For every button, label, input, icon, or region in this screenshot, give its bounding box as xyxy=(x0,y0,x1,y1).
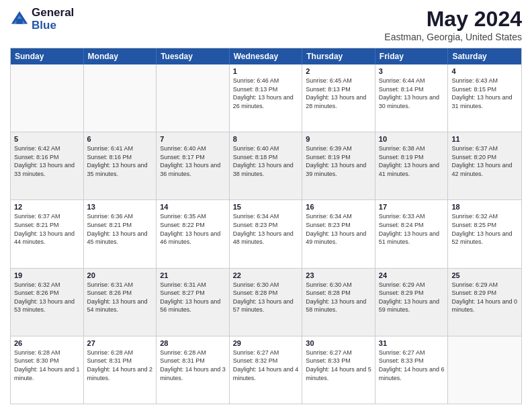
cal-cell-w1d3 xyxy=(157,64,230,132)
calendar-header-row: SundayMondayTuesdayWednesdayThursdayFrid… xyxy=(11,48,521,64)
cal-week-1: 1Sunrise: 6:46 AMSunset: 8:13 PMDaylight… xyxy=(11,64,521,132)
day-number: 31 xyxy=(379,339,445,347)
logo-general: General xyxy=(32,7,74,19)
day-info: Sunrise: 6:39 AMSunset: 8:19 PMDaylight:… xyxy=(306,144,371,178)
logo-icon xyxy=(10,10,29,29)
day-info: Sunrise: 6:46 AMSunset: 8:13 PMDaylight:… xyxy=(233,77,299,110)
cal-cell-w2d1: 5Sunrise: 6:42 AMSunset: 8:16 PMDaylight… xyxy=(11,132,84,199)
day-number: 4 xyxy=(451,67,518,75)
cal-header-wednesday: Wednesday xyxy=(230,48,303,64)
cal-cell-w1d1 xyxy=(11,64,84,132)
day-number: 7 xyxy=(160,135,226,143)
day-info: Sunrise: 6:32 AMSunset: 8:25 PMDaylight:… xyxy=(451,212,518,246)
cal-cell-w5d2: 27Sunrise: 6:28 AMSunset: 8:31 PMDayligh… xyxy=(84,336,157,404)
svg-rect-2 xyxy=(16,19,22,24)
day-number: 5 xyxy=(14,135,80,143)
title-block: May 2024 Eastman, Georgia, United States xyxy=(384,7,522,42)
cal-week-2: 5Sunrise: 6:42 AMSunset: 8:16 PMDaylight… xyxy=(11,132,521,200)
cal-cell-w2d2: 6Sunrise: 6:41 AMSunset: 8:16 PMDaylight… xyxy=(84,132,157,199)
day-number: 30 xyxy=(306,339,371,347)
logo-text: General Blue xyxy=(32,7,74,32)
day-number: 23 xyxy=(306,271,371,279)
cal-cell-w4d4: 22Sunrise: 6:30 AMSunset: 8:28 PMDayligh… xyxy=(230,269,303,336)
cal-header-tuesday: Tuesday xyxy=(157,48,230,64)
cal-cell-w3d6: 17Sunrise: 6:33 AMSunset: 8:24 PMDayligh… xyxy=(375,200,449,267)
day-number: 16 xyxy=(306,203,371,211)
calendar-body: 1Sunrise: 6:46 AMSunset: 8:13 PMDaylight… xyxy=(11,64,521,404)
cal-cell-w1d4: 1Sunrise: 6:46 AMSunset: 8:13 PMDaylight… xyxy=(230,64,303,132)
day-info: Sunrise: 6:37 AMSunset: 8:21 PMDaylight:… xyxy=(14,212,80,246)
day-info: Sunrise: 6:32 AMSunset: 8:26 PMDaylight:… xyxy=(14,281,80,314)
cal-cell-w3d2: 13Sunrise: 6:36 AMSunset: 8:21 PMDayligh… xyxy=(84,200,157,267)
cal-cell-w5d6: 31Sunrise: 6:27 AMSunset: 8:33 PMDayligh… xyxy=(375,336,449,404)
day-info: Sunrise: 6:33 AMSunset: 8:24 PMDaylight:… xyxy=(379,212,445,246)
cal-cell-w2d4: 8Sunrise: 6:40 AMSunset: 8:18 PMDaylight… xyxy=(230,132,303,199)
day-info: Sunrise: 6:27 AMSunset: 8:33 PMDaylight:… xyxy=(306,349,371,382)
subtitle: Eastman, Georgia, United States xyxy=(384,32,522,42)
cal-cell-w2d6: 10Sunrise: 6:38 AMSunset: 8:19 PMDayligh… xyxy=(375,132,449,199)
cal-cell-w4d1: 19Sunrise: 6:32 AMSunset: 8:26 PMDayligh… xyxy=(11,269,84,336)
calendar: SundayMondayTuesdayWednesdayThursdayFrid… xyxy=(10,48,522,404)
day-number: 6 xyxy=(87,135,153,143)
day-info: Sunrise: 6:27 AMSunset: 8:33 PMDaylight:… xyxy=(379,349,445,382)
day-info: Sunrise: 6:30 AMSunset: 8:28 PMDaylight:… xyxy=(306,281,371,314)
cal-week-4: 19Sunrise: 6:32 AMSunset: 8:26 PMDayligh… xyxy=(11,269,521,336)
cal-cell-w2d7: 11Sunrise: 6:37 AMSunset: 8:20 PMDayligh… xyxy=(448,132,521,199)
day-number: 25 xyxy=(451,271,518,279)
day-info: Sunrise: 6:41 AMSunset: 8:16 PMDaylight:… xyxy=(87,144,153,178)
main-title: May 2024 xyxy=(384,7,522,32)
cal-cell-w1d7: 4Sunrise: 6:43 AMSunset: 8:15 PMDaylight… xyxy=(448,64,521,132)
day-number: 2 xyxy=(306,67,371,75)
day-info: Sunrise: 6:37 AMSunset: 8:20 PMDaylight:… xyxy=(451,144,518,178)
day-info: Sunrise: 6:40 AMSunset: 8:18 PMDaylight:… xyxy=(233,144,299,178)
day-number: 18 xyxy=(451,203,518,211)
cal-cell-w5d3: 28Sunrise: 6:28 AMSunset: 8:31 PMDayligh… xyxy=(157,336,230,404)
day-number: 22 xyxy=(233,271,299,279)
day-info: Sunrise: 6:28 AMSunset: 8:31 PMDaylight:… xyxy=(160,349,226,382)
cal-cell-w5d7 xyxy=(448,336,521,404)
cal-cell-w3d5: 16Sunrise: 6:34 AMSunset: 8:23 PMDayligh… xyxy=(302,200,375,267)
cal-cell-w4d2: 20Sunrise: 6:31 AMSunset: 8:26 PMDayligh… xyxy=(84,269,157,336)
cal-cell-w4d6: 24Sunrise: 6:29 AMSunset: 8:29 PMDayligh… xyxy=(375,269,449,336)
day-info: Sunrise: 6:31 AMSunset: 8:26 PMDaylight:… xyxy=(87,281,153,314)
day-number: 24 xyxy=(379,271,445,279)
day-number: 11 xyxy=(451,135,518,143)
cal-header-saturday: Saturday xyxy=(448,48,521,64)
cal-cell-w2d5: 9Sunrise: 6:39 AMSunset: 8:19 PMDaylight… xyxy=(302,132,375,199)
cal-header-thursday: Thursday xyxy=(302,48,375,64)
day-number: 19 xyxy=(14,271,80,279)
day-info: Sunrise: 6:43 AMSunset: 8:15 PMDaylight:… xyxy=(451,77,518,110)
day-number: 1 xyxy=(233,67,299,75)
day-number: 15 xyxy=(233,203,299,211)
day-number: 21 xyxy=(160,271,226,279)
day-number: 13 xyxy=(87,203,153,211)
day-number: 27 xyxy=(87,339,153,347)
cal-week-5: 26Sunrise: 6:28 AMSunset: 8:30 PMDayligh… xyxy=(11,336,521,404)
day-number: 29 xyxy=(233,339,299,347)
day-info: Sunrise: 6:34 AMSunset: 8:23 PMDaylight:… xyxy=(306,212,371,246)
day-info: Sunrise: 6:28 AMSunset: 8:30 PMDaylight:… xyxy=(14,349,80,382)
cal-cell-w5d5: 30Sunrise: 6:27 AMSunset: 8:33 PMDayligh… xyxy=(302,336,375,404)
day-info: Sunrise: 6:36 AMSunset: 8:21 PMDaylight:… xyxy=(87,212,153,246)
cal-cell-w4d7: 25Sunrise: 6:29 AMSunset: 8:29 PMDayligh… xyxy=(448,269,521,336)
day-number: 28 xyxy=(160,339,226,347)
day-info: Sunrise: 6:31 AMSunset: 8:27 PMDaylight:… xyxy=(160,281,226,314)
cal-cell-w5d1: 26Sunrise: 6:28 AMSunset: 8:30 PMDayligh… xyxy=(11,336,84,404)
day-number: 17 xyxy=(379,203,445,211)
day-info: Sunrise: 6:29 AMSunset: 8:29 PMDaylight:… xyxy=(379,281,445,314)
day-info: Sunrise: 6:35 AMSunset: 8:22 PMDaylight:… xyxy=(160,212,226,246)
cal-cell-w4d3: 21Sunrise: 6:31 AMSunset: 8:27 PMDayligh… xyxy=(157,269,230,336)
day-info: Sunrise: 6:40 AMSunset: 8:17 PMDaylight:… xyxy=(160,144,226,178)
cal-header-friday: Friday xyxy=(375,48,449,64)
cal-week-3: 12Sunrise: 6:37 AMSunset: 8:21 PMDayligh… xyxy=(11,200,521,268)
day-info: Sunrise: 6:44 AMSunset: 8:14 PMDaylight:… xyxy=(379,77,445,110)
logo: General Blue xyxy=(10,7,74,32)
day-info: Sunrise: 6:27 AMSunset: 8:32 PMDaylight:… xyxy=(233,349,299,382)
cal-cell-w3d3: 14Sunrise: 6:35 AMSunset: 8:22 PMDayligh… xyxy=(157,200,230,267)
cal-cell-w2d3: 7Sunrise: 6:40 AMSunset: 8:17 PMDaylight… xyxy=(157,132,230,199)
cal-cell-w3d7: 18Sunrise: 6:32 AMSunset: 8:25 PMDayligh… xyxy=(448,200,521,267)
cal-cell-w5d4: 29Sunrise: 6:27 AMSunset: 8:32 PMDayligh… xyxy=(230,336,303,404)
cal-cell-w1d6: 3Sunrise: 6:44 AMSunset: 8:14 PMDaylight… xyxy=(375,64,449,132)
cal-cell-w1d5: 2Sunrise: 6:45 AMSunset: 8:13 PMDaylight… xyxy=(302,64,375,132)
day-info: Sunrise: 6:38 AMSunset: 8:19 PMDaylight:… xyxy=(379,144,445,178)
